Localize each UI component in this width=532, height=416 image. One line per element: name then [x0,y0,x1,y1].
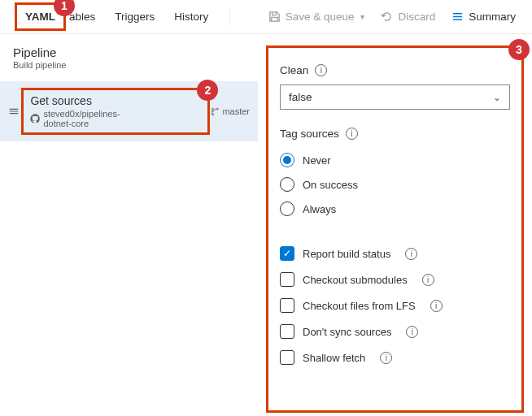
callout-badge-3: 3 [508,39,530,60]
info-icon[interactable]: i [380,352,392,364]
info-icon[interactable]: i [346,128,358,140]
clean-select[interactable]: false ⌄ [280,84,510,110]
info-icon[interactable]: i [406,326,418,338]
list-icon [451,11,464,23]
checkbox-icon [280,272,294,287]
checkbox-icon [280,350,294,365]
tab-history[interactable]: History [164,2,218,31]
radio-label: On success [303,179,358,191]
pipeline-subtitle: Build pipeline [13,60,245,70]
checkbox-icon [280,324,294,339]
callout-badge-2: 2 [197,80,218,101]
checkbox-icon [280,298,294,313]
save-icon [268,11,281,23]
check-label: Report build status [303,248,390,260]
clean-value: false [289,91,312,103]
tag-sources-label: Tag sources [280,128,339,140]
drag-handle-icon [8,106,21,117]
tag-sources-radio-group: Never On success Always [280,148,510,221]
check-nosync[interactable]: Don't sync sources i [280,318,510,344]
summary-label: Summary [469,11,516,23]
save-queue-label: Save & queue [286,11,355,23]
check-label: Checkout submodules [303,274,408,286]
check-label: Don't sync sources [303,326,391,338]
branch-name: master [222,106,250,116]
info-icon[interactable]: i [405,248,417,260]
github-icon [30,114,40,124]
check-label: Checkout files from LFS [303,300,416,312]
check-submodules[interactable]: Checkout submodules i [280,266,510,292]
save-queue-button[interactable]: Save & queue ▾ [262,6,372,28]
radio-label: Never [303,154,331,167]
pipeline-title: Pipeline [13,46,245,59]
radio-on-success[interactable]: On success [280,172,510,197]
check-lfs[interactable]: Checkout files from LFS i [280,292,510,318]
separator [229,8,230,26]
radio-button-icon [280,202,294,216]
info-icon[interactable]: i [422,274,434,286]
radio-button-icon [280,177,294,192]
summary-button[interactable]: Summary [445,6,522,28]
clean-label: Clean [280,64,308,76]
discard-label: Discard [398,11,435,23]
info-icon[interactable]: i [315,64,327,76]
repo-path: steved0x/pipelines-dotnet-core [43,109,141,128]
checkbox-icon: ✓ [280,246,294,261]
check-label: Shallow fetch [303,352,365,364]
tab-triggers[interactable]: Triggers [105,2,164,31]
radio-always[interactable]: Always [280,197,510,221]
radio-button-icon [280,153,294,167]
branch-icon [210,107,219,116]
info-icon[interactable]: i [430,300,443,312]
radio-never[interactable]: Never [280,148,510,172]
discard-button[interactable]: Discard [374,6,442,28]
undo-icon [381,11,393,23]
check-shallow[interactable]: Shallow fetch i [280,344,510,370]
radio-label: Always [303,203,336,215]
chevron-down-icon: ⌄ [493,92,501,103]
get-sources-title: Get sources [30,94,141,107]
get-sources-row[interactable]: Get sources steved0x/pipelines-dotnet-co… [0,81,258,141]
chevron-down-icon: ▾ [360,12,364,21]
check-report-build-status[interactable]: ✓ Report build status i [280,240,510,266]
